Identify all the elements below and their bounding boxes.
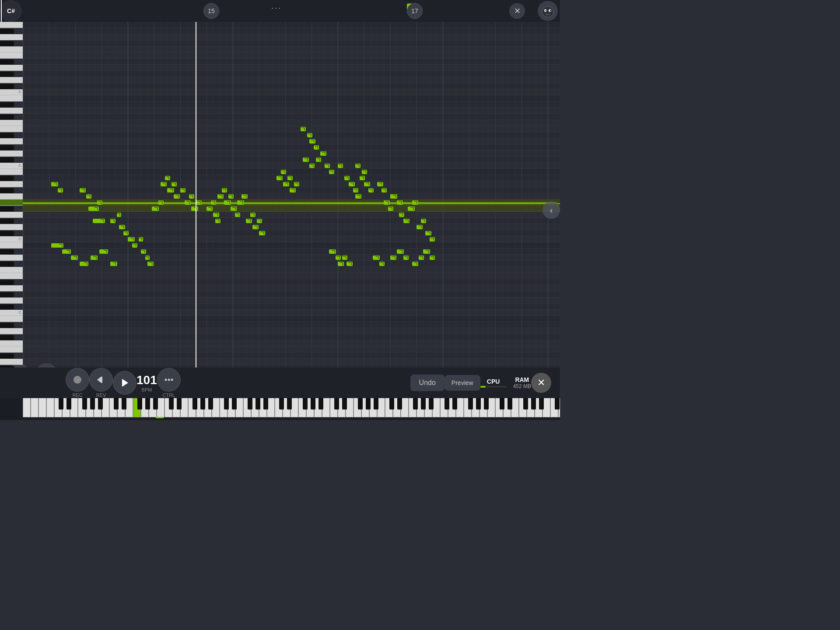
- white-key[interactable]: [0, 316, 23, 322]
- midi-note[interactable]: [224, 200, 231, 205]
- midi-note[interactable]: [80, 262, 88, 266]
- black-key[interactable]: [0, 188, 14, 193]
- midi-note[interactable]: [320, 151, 326, 156]
- piano-key-black[interactable]: [334, 398, 339, 410]
- midi-note[interactable]: [373, 256, 380, 260]
- white-key[interactable]: [0, 242, 23, 248]
- midi-note[interactable]: [379, 262, 385, 266]
- white-key[interactable]: [0, 212, 23, 218]
- piano-key-black[interactable]: [66, 398, 71, 410]
- rev-button[interactable]: [89, 368, 113, 392]
- piano-key-black[interactable]: [476, 398, 481, 410]
- piano-key-black[interactable]: [555, 398, 560, 410]
- black-key[interactable]: [0, 292, 14, 297]
- black-key[interactable]: [0, 280, 14, 285]
- midi-note[interactable]: [213, 213, 219, 217]
- black-key[interactable]: [0, 366, 14, 368]
- white-key[interactable]: [0, 169, 23, 175]
- piano-keyboard-sidebar[interactable]: CCCC: [0, 22, 23, 368]
- marker-15[interactable]: 15: [203, 0, 219, 22]
- white-key[interactable]: [0, 267, 23, 273]
- white-key[interactable]: [0, 77, 23, 83]
- play-button[interactable]: [113, 371, 136, 395]
- midi-note[interactable]: [191, 206, 198, 211]
- white-key[interactable]: [0, 193, 23, 200]
- midi-note[interactable]: [123, 231, 129, 235]
- black-key[interactable]: [0, 102, 14, 107]
- midi-note[interactable]: [132, 243, 137, 248]
- piano-key-black[interactable]: [303, 398, 308, 410]
- midi-note[interactable]: [346, 262, 353, 266]
- piano-key-black[interactable]: [500, 398, 504, 410]
- black-key[interactable]: [0, 335, 14, 340]
- white-key[interactable]: [0, 120, 23, 126]
- piano-roll-grid[interactable]: [23, 22, 560, 368]
- midi-note[interactable]: [344, 176, 350, 180]
- undo-button[interactable]: Undo: [410, 374, 444, 391]
- midi-note[interactable]: [388, 206, 393, 211]
- midi-note[interactable]: [281, 170, 286, 174]
- marker-17[interactable]: 17: [407, 0, 423, 22]
- piano-key-black[interactable]: [413, 398, 418, 410]
- piano-key-black[interactable]: [153, 398, 158, 410]
- black-key[interactable]: [0, 231, 14, 236]
- bpm-value[interactable]: 101: [136, 373, 157, 387]
- piano-key-black[interactable]: [208, 398, 213, 410]
- midi-note[interactable]: [91, 256, 98, 260]
- white-key[interactable]: [0, 22, 23, 28]
- rec-button[interactable]: [66, 368, 89, 392]
- midi-note[interactable]: [252, 225, 259, 229]
- midi-note[interactable]: [222, 188, 227, 192]
- midi-note[interactable]: [257, 219, 262, 223]
- black-key[interactable]: [0, 158, 14, 162]
- scroll-right-button[interactable]: ‹: [542, 201, 560, 219]
- midi-note[interactable]: [283, 182, 289, 186]
- white-key[interactable]: C: [0, 310, 23, 316]
- black-key[interactable]: [0, 84, 14, 89]
- piano-key-black[interactable]: [279, 398, 284, 410]
- midi-note[interactable]: [211, 200, 216, 205]
- midi-note[interactable]: [189, 194, 194, 199]
- midi-note[interactable]: [377, 182, 383, 186]
- midi-note[interactable]: [421, 219, 426, 223]
- piano-key-black[interactable]: [508, 398, 512, 410]
- piano-key-black[interactable]: [389, 398, 394, 410]
- white-key[interactable]: [0, 359, 23, 365]
- midi-note[interactable]: [309, 164, 315, 168]
- midi-note[interactable]: [158, 200, 164, 205]
- piano-key-black[interactable]: [114, 398, 119, 410]
- midi-note[interactable]: [145, 256, 150, 260]
- piano-key-black[interactable]: [452, 398, 457, 410]
- midi-note[interactable]: [303, 158, 309, 162]
- midi-note[interactable]: [316, 158, 321, 162]
- midi-note[interactable]: [71, 256, 78, 260]
- black-key[interactable]: [0, 323, 14, 328]
- midi-note[interactable]: [206, 206, 213, 211]
- white-key[interactable]: [0, 340, 23, 346]
- white-key[interactable]: [0, 298, 23, 304]
- midi-note[interactable]: [360, 176, 365, 180]
- midi-note[interactable]: [259, 231, 265, 235]
- black-key[interactable]: [0, 29, 14, 34]
- midi-note[interactable]: [338, 164, 343, 168]
- midi-note[interactable]: [167, 188, 174, 192]
- midi-note[interactable]: [276, 176, 283, 180]
- midi-note[interactable]: [51, 182, 58, 186]
- midi-note[interactable]: [161, 182, 167, 186]
- black-key[interactable]: [0, 176, 14, 181]
- black-key[interactable]: [0, 72, 14, 77]
- keyboard-strip[interactable]: [0, 398, 560, 420]
- midi-note[interactable]: [342, 256, 347, 260]
- midi-note[interactable]: [128, 237, 135, 242]
- midi-note[interactable]: [338, 262, 344, 266]
- midi-note[interactable]: [185, 200, 191, 205]
- midi-note[interactable]: [110, 262, 117, 266]
- piano-key-black[interactable]: [224, 398, 229, 410]
- midi-note[interactable]: [307, 133, 312, 137]
- white-key[interactable]: [0, 138, 23, 144]
- piano-key-white[interactable]: [38, 398, 46, 417]
- piano-key-black[interactable]: [311, 398, 315, 410]
- midi-note[interactable]: [117, 213, 121, 217]
- midi-note[interactable]: [314, 145, 319, 150]
- midi-note[interactable]: [430, 237, 435, 242]
